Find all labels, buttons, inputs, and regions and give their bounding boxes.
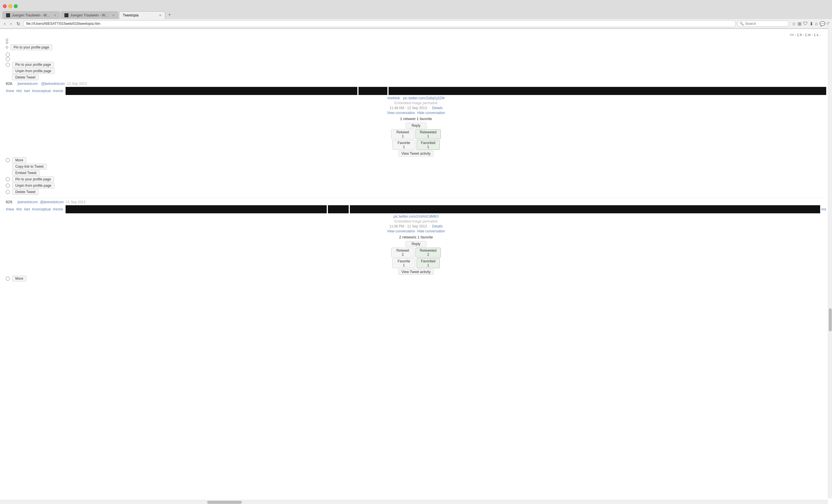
permalink-829[interactable]: Embedded image permalink — [394, 219, 437, 223]
minimize-button[interactable] — [8, 4, 12, 8]
tab-2[interactable]: Juergen Trautwein - WORKS ✕ — [61, 11, 119, 19]
close-button[interactable] — [3, 4, 7, 8]
retweet-btn-829[interactable]: Retweet 2 — [391, 248, 414, 257]
bullet-item-delete-top: Pin to your profile page — [6, 45, 826, 50]
hash-txt-829[interactable]: #txt — [16, 207, 22, 211]
timer-text: << - 1 h - 1 m - 1 s - — [790, 33, 821, 37]
retweet-row-829: Retweet 2 Retweeted 2 — [391, 248, 441, 257]
tweet-829-conv: View conversation Hide conversation — [387, 229, 445, 233]
pin-top-btn[interactable]: Pin to your profile page — [12, 62, 54, 67]
pin2-btn-828[interactable]: Pin to your profile page — [12, 176, 54, 182]
reply-btn-828[interactable]: Reply — [406, 123, 427, 129]
scrollbar-track[interactable] — [828, 23, 832, 286]
timer-bar: << - 1 h - 1 m - 1 s - — [6, 32, 826, 39]
pic-link-828[interactable]: pic.twitter.com/Za6qI1j3ZM — [403, 96, 444, 100]
delete2-btn-828[interactable]: Delete Tweet — [12, 189, 39, 195]
hash-conceptual-828[interactable]: #conceptual — [32, 89, 51, 93]
favorite-row-829: Favorite 1 Favorited 1 — [392, 258, 440, 268]
image-bar-828-mid — [359, 87, 388, 95]
reload-button[interactable]: ↻ — [15, 21, 22, 27]
bullet-pin2 — [6, 177, 10, 181]
bullet-pin2-row: Pin to your profile page — [6, 176, 826, 182]
bullet-delete2-row: Delete Tweet — [6, 189, 826, 195]
tweet-828-number: 828. — [6, 81, 13, 86]
favorite-row-828: Favorite 1 Favorited 1 — [392, 140, 440, 150]
favorite-btn-829[interactable]: Favorite 1 — [392, 258, 415, 268]
view-activity-btn-828[interactable]: View Tweet activity — [398, 151, 434, 157]
view-conv-828[interactable]: View conversation — [387, 111, 416, 115]
view-conv-829[interactable]: View conversation — [387, 229, 416, 233]
tweet-828-content-row: #new #txt #art #conceptual #remix — [6, 87, 826, 95]
bullet-dot-3 — [6, 46, 8, 49]
unpin-top-btn[interactable]: Unpin from profile page — [12, 68, 55, 74]
retweeted-btn-828[interactable]: Retweeted 1 — [415, 129, 441, 139]
new-tab-button[interactable]: + — [166, 10, 173, 19]
tab-label-2: Juergen Trautwein - WORKS — [70, 13, 110, 17]
unpin-top-label: Unpin from profile page — [15, 69, 51, 73]
delete-top-btn[interactable]: Delete Tweet — [12, 75, 39, 80]
hash-art-828[interactable]: #art — [24, 89, 30, 93]
tab-close-2[interactable]: ✕ — [112, 13, 115, 17]
browser-frame: Juergen Trautwein - WORKS ✕ Juergen Trau… — [0, 0, 832, 29]
download-icon[interactable]: ⬇ — [809, 21, 813, 27]
view-activity-btn-829[interactable]: View Tweet activity — [398, 269, 434, 275]
tab-3-active[interactable]: Tweetopia ✕ — [119, 11, 165, 19]
address-bar[interactable] — [23, 20, 736, 27]
back-button[interactable]: ‹ — [2, 21, 7, 27]
pin-profile-top-btn[interactable]: Pin to your profile page — [10, 45, 52, 50]
search-input[interactable] — [745, 22, 785, 26]
bullet-list-828-top: Pin to your profile page — [6, 39, 826, 50]
retweet-btn-828[interactable]: Retweet 1 — [391, 129, 414, 139]
hash-new-828[interactable]: #new — [6, 89, 14, 93]
window-controls — [3, 4, 18, 8]
hash-remix-829[interactable]: #remix — [53, 207, 63, 211]
home-icon[interactable]: ⌂ — [815, 21, 818, 27]
tab-close-3[interactable]: ✕ — [159, 13, 161, 17]
hash-txt-828[interactable]: #txt — [16, 89, 22, 93]
tweet-829-handle[interactable]: @jtwinedotcom — [40, 200, 65, 204]
more-btn-828[interactable]: More — [12, 157, 26, 163]
tweet-828-stats: 1 retweet 1 favorite — [400, 117, 432, 121]
details-link-829[interactable]: Details — [432, 224, 443, 228]
hide-conv-829[interactable]: Hide conversation — [417, 229, 445, 233]
tweet-829-number: 829. — [6, 200, 13, 204]
rethink-link-829[interactable]: #re — [821, 207, 826, 211]
retweet-row-828: Retweet 1 Retweeted 1 — [391, 129, 441, 139]
tweet-829-author[interactable]: jtwinedotcom — [18, 200, 39, 204]
permalink-828[interactable]: Embedded image permalink — [394, 101, 437, 105]
more-btn-829[interactable]: More — [12, 276, 26, 281]
rethink-link-828[interactable]: #rethink — [387, 96, 401, 100]
favorite-btn-828[interactable]: Favorite 1 — [392, 140, 415, 150]
unpin2-btn-828[interactable]: Unpin from profile page — [12, 183, 55, 189]
reply-btn-829[interactable]: Reply — [406, 241, 427, 247]
copy-link-btn-828[interactable]: Copy link to Tweet — [12, 164, 47, 169]
forward-button[interactable]: › — [8, 21, 13, 27]
shield-icon[interactable]: 🛡 — [803, 21, 808, 27]
favorited-btn-829[interactable]: Favorited 1 — [417, 258, 440, 268]
hash-art-829[interactable]: #art — [24, 207, 30, 211]
embed-btn-828[interactable]: Embed Tweet — [12, 170, 40, 176]
chat-icon[interactable]: 💬 — [820, 21, 825, 27]
tab-1[interactable]: Juergen Trautwein - WORKS ✕ — [2, 11, 60, 19]
tweet-829-time: 11:06 PM - 11 Sep 2013 · Details — [389, 224, 443, 228]
tweet-829-header: 829. jtwinedotcom @jtwinedotcom 11 Sep 2… — [6, 200, 826, 204]
hash-new-829[interactable]: #new — [6, 207, 14, 211]
search-icon: 🔍 — [739, 22, 744, 26]
tweet-828-handle[interactable]: @jtwinedotcom — [41, 82, 66, 86]
reader-icon[interactable]: ⊞ — [798, 21, 801, 27]
bullet-delete2 — [6, 190, 10, 194]
favorited-btn-828[interactable]: Favorited 1 — [417, 140, 440, 150]
tweet-828-author[interactable]: jtwinedotcom — [18, 82, 39, 86]
hide-conv-828[interactable]: Hide conversation — [417, 111, 445, 115]
retweeted-btn-829[interactable]: Retweeted 2 — [415, 248, 441, 257]
tweet-829-section: 829. jtwinedotcom @jtwinedotcom 11 Sep 2… — [6, 198, 826, 282]
maximize-button[interactable] — [14, 4, 18, 8]
hash-conceptual-829[interactable]: #conceptual — [32, 207, 51, 211]
tweet-828-top-actions: Pin to your profile page Unpin from prof… — [6, 53, 826, 80]
details-link-828[interactable]: Details — [432, 106, 443, 110]
tab-close-1[interactable]: ✕ — [54, 13, 56, 17]
bookmark-icon[interactable]: ☆ — [792, 21, 796, 27]
bullet-dot-2 — [6, 41, 8, 44]
hash-remix-828[interactable]: #remix — [53, 89, 63, 93]
pic-link-829[interactable]: pic.twitter.com/zVdAhCdM6O — [393, 215, 439, 219]
